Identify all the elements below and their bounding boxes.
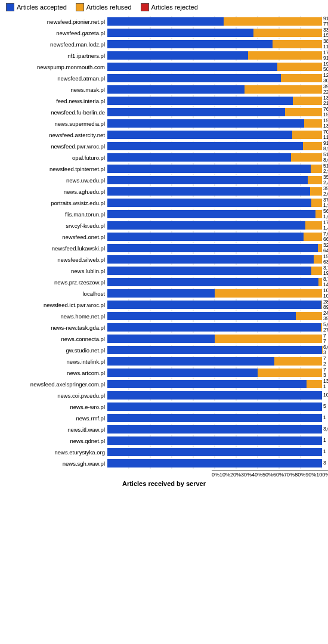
- bars: 77: [107, 335, 326, 343]
- bar-values: 51,0928,623: [323, 152, 328, 163]
- bars: 3: [107, 459, 326, 467]
- bar-values: 56,0741,697: [323, 209, 328, 220]
- table-row: portraits.wsisiz.edu.pl37,1891,963: [3, 197, 325, 208]
- bar-refused: [253, 29, 322, 37]
- bar-refused: [310, 187, 322, 196]
- bar-section: 129,42530,824: [107, 73, 328, 83]
- row-label: news.connecta.pl: [3, 336, 107, 342]
- bar-values: 77: [323, 333, 326, 345]
- bar-refused: [291, 153, 322, 162]
- refused-value: 15,866: [323, 112, 328, 117]
- bar-refused: [258, 369, 322, 377]
- bar-section: 3: [107, 458, 326, 469]
- refused-value: 107: [323, 293, 328, 299]
- refused-value: 1,427: [323, 225, 328, 231]
- row-label: news-new.task.gda.pl: [3, 324, 107, 331]
- bars: 389,389117,354: [107, 40, 328, 48]
- table-row: news.qdnet.pl1: [3, 435, 325, 446]
- table-row: feed.news.interia.pl135,36721,147: [3, 95, 325, 106]
- bar-refused: [307, 380, 322, 388]
- bar-accepted: [107, 244, 318, 252]
- bars: 191,35950,731: [107, 63, 328, 71]
- table-row: news.itl.waw.pl3,629: [3, 424, 325, 435]
- bar-values: 28,11389: [323, 299, 328, 311]
- bars: 129,42530,824: [107, 74, 328, 82]
- x-axis-label: 10%: [219, 472, 230, 478]
- legend-rejected: Articles rejected: [141, 3, 198, 11]
- refused-value: 35: [323, 316, 328, 321]
- table-row: srv.cyf-kr.edu.pl17,0571,427: [3, 220, 325, 231]
- bar-refused: [274, 357, 322, 366]
- bar-section: 338,477158,846: [107, 27, 328, 38]
- bar-section: 1: [107, 435, 326, 446]
- table-row: news.agh.edu.pl35,4092,065: [3, 186, 325, 197]
- table-row: newsfeed.onet.pl7,023664: [3, 231, 325, 242]
- row-label: news.artcom.pl: [3, 370, 107, 376]
- bars: 6,0613: [107, 346, 328, 354]
- bars: 3,629: [107, 425, 328, 434]
- bar-accepted: [107, 97, 293, 105]
- bar-accepted: [107, 335, 215, 343]
- x-axis-label: 20%: [230, 472, 241, 478]
- bar-refused: [215, 335, 322, 343]
- table-row: newsfeed.lukawski.pl32,822641: [3, 243, 325, 253]
- accepted-value: 10: [323, 392, 328, 398]
- table-row: newsfeed.gazeta.pl338,477158,846: [3, 27, 325, 38]
- bars: 70,57911,349: [107, 131, 328, 139]
- bar-section: 91,5458,976: [107, 141, 328, 151]
- bar-values: 24935: [323, 311, 328, 322]
- row-label: newsfeed.onet.pl: [3, 234, 107, 240]
- bar-values: 135,36721,147: [323, 95, 328, 107]
- bars: 72: [107, 357, 326, 366]
- bar-accepted: [107, 278, 318, 286]
- bar-values: 5: [323, 404, 326, 409]
- refused-value: 91,566: [323, 55, 328, 61]
- bars: 35,2352,461: [107, 176, 328, 184]
- bar-accepted: [107, 29, 253, 37]
- bar-values: 131: [323, 379, 328, 390]
- bar-values: 6,0613: [323, 345, 328, 356]
- bar-section: 913,826770,011: [107, 16, 328, 27]
- table-row: flis.man.torun.pl56,0741,697: [3, 209, 325, 219]
- bar-refused: [311, 165, 322, 173]
- row-label: newsfeed.man.lodz.pl: [3, 41, 107, 48]
- table-row: news.coi.pw.edu.pl10: [3, 390, 325, 401]
- table-row: localhost107107: [3, 288, 325, 299]
- bar-values: 389,389117,354: [323, 39, 328, 50]
- accepted-value: 1: [323, 449, 326, 454]
- table-row: newsfeed.silweb.pl15,682632: [3, 254, 325, 265]
- refused-value: 13,577: [323, 123, 328, 129]
- bar-values: 15,682632: [323, 254, 328, 265]
- bar-section: 7,023664: [107, 231, 328, 242]
- row-label: feed.news.interia.pl: [3, 98, 107, 104]
- row-label: news.home.net.pl: [3, 313, 107, 320]
- bar-accepted: [107, 17, 224, 26]
- legend-refused: Articles refused: [76, 3, 132, 11]
- bar-values: 129,42530,824: [323, 73, 328, 84]
- chart-container: Articles accepted Articles refused Artic…: [0, 0, 328, 490]
- bars: 5: [107, 402, 326, 411]
- bar-refused: [321, 301, 322, 309]
- bars: 131: [107, 380, 328, 388]
- bar-accepted: [107, 165, 311, 173]
- bars: 37,1891,963: [107, 199, 328, 207]
- bar-values: 1: [323, 449, 326, 454]
- bar-section: 73: [107, 367, 326, 378]
- bar-refused: [321, 323, 322, 332]
- bar-section: 173,56891,566: [107, 50, 328, 61]
- accepted-value: 3,629: [323, 426, 328, 432]
- table-row: news.mask.pl39,68622,457: [3, 84, 325, 95]
- bar-accepted: [107, 187, 310, 196]
- legend-color-rejected: [141, 3, 149, 11]
- x-axis-label: 90%: [305, 472, 316, 478]
- bars: 1: [107, 436, 326, 445]
- bars: 28,11389: [107, 301, 328, 309]
- table-row: news.uw.edu.pl35,2352,461: [3, 175, 325, 185]
- bar-accepted: [107, 85, 245, 94]
- bar-section: 151,70813,577: [107, 118, 328, 129]
- bar-section: 56,0741,697: [107, 209, 328, 219]
- bars: 7,023664: [107, 233, 328, 241]
- bar-accepted: [107, 40, 273, 48]
- row-label: newsfeed.atman.pl: [3, 75, 107, 82]
- bar-section: 5: [107, 401, 326, 412]
